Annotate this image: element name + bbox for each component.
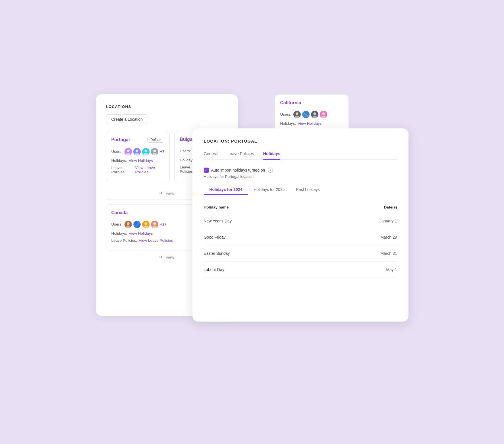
avatar bbox=[142, 148, 150, 156]
tab-general[interactable]: General bbox=[204, 151, 219, 160]
svg-point-28 bbox=[144, 222, 147, 225]
table-row: New Year's Day January 1 bbox=[204, 213, 397, 229]
holiday-name: Easter Sunday bbox=[204, 245, 323, 261]
california-users-row: Users: 🧞 bbox=[280, 111, 343, 118]
portugal-user-count: +7 bbox=[160, 149, 165, 154]
svg-point-31 bbox=[153, 222, 156, 225]
year-tab-2024[interactable]: Holidays for 2024 bbox=[204, 185, 248, 195]
default-badge-portugal: Default bbox=[147, 137, 164, 143]
locations-title: LOCATIONS bbox=[106, 105, 228, 109]
svg-point-1 bbox=[127, 149, 129, 152]
svg-point-7 bbox=[144, 149, 147, 152]
portugal-holidays-row: Holidays: View Holidays bbox=[111, 159, 165, 163]
year-tab-past[interactable]: Past holidays bbox=[290, 185, 325, 195]
holiday-name: Good Friday bbox=[204, 229, 323, 245]
eye-icon-2: 👁 bbox=[159, 255, 164, 260]
canada-user-count: +27 bbox=[160, 222, 167, 226]
holiday-name: Labour Day bbox=[204, 261, 323, 278]
detail-tabs: General Leave Policies Holidays bbox=[204, 151, 397, 160]
portugal-leave-row: Leave Policies: View Leave Policies bbox=[111, 166, 165, 174]
canada-view-leave-link[interactable]: View Leave Policies bbox=[139, 238, 173, 243]
holiday-date: January 1 bbox=[323, 213, 397, 229]
holiday-date: March 29 bbox=[323, 229, 397, 245]
portugal-view-holidays-link[interactable]: View Holidays bbox=[129, 159, 153, 163]
eye-icon: 👁 bbox=[159, 191, 164, 196]
svg-point-37 bbox=[313, 112, 316, 115]
col-holiday-name: Holiday name bbox=[204, 202, 323, 213]
avatar bbox=[124, 148, 132, 156]
svg-point-10 bbox=[153, 149, 156, 152]
location-name-california: California bbox=[280, 100, 301, 105]
create-location-button[interactable]: Create a Location bbox=[106, 114, 148, 124]
avatar bbox=[151, 148, 159, 156]
holiday-date: May 1 bbox=[323, 261, 397, 278]
holiday-table: Holiday name Date(s) New Year's Day Janu… bbox=[204, 202, 397, 278]
location-card-portugal: Portugal Default Users: bbox=[106, 131, 170, 182]
table-row: Easter Sunday March 31 bbox=[204, 245, 397, 261]
col-dates: Date(s) bbox=[323, 202, 397, 213]
holiday-name: New Year's Day bbox=[204, 213, 323, 229]
portugal-users-row: Users: bbox=[111, 148, 165, 156]
auto-import-row: ✓ Auto import holidays turned on i bbox=[204, 168, 397, 173]
year-tab-2025[interactable]: Holidays for 2025 bbox=[248, 185, 290, 195]
canada-avatars: 🐾 bbox=[124, 220, 167, 228]
location-name-canada: Canada bbox=[111, 210, 128, 215]
portugal-avatars: +7 bbox=[124, 148, 165, 156]
auto-import-checkbox[interactable]: ✓ bbox=[204, 168, 209, 173]
california-view-holidays-link[interactable]: View Holidays bbox=[298, 121, 322, 126]
table-row: Good Friday March 29 bbox=[204, 229, 397, 245]
avatar bbox=[133, 148, 141, 156]
avatar bbox=[124, 220, 132, 228]
detail-panel-title: LOCATION: PORTUGAL bbox=[204, 139, 397, 143]
portugal-view-leave-link[interactable]: View Leave Policies bbox=[135, 166, 164, 174]
holiday-date: March 31 bbox=[323, 245, 397, 261]
auto-import-label: Auto import holidays turned on bbox=[211, 168, 265, 172]
avatar-smurf: 🧞 bbox=[302, 111, 310, 118]
avatar: 🐾 bbox=[133, 220, 141, 228]
svg-point-25 bbox=[127, 222, 129, 225]
location-sub: Holidays for Portugal location bbox=[204, 174, 397, 179]
avatar bbox=[142, 220, 150, 228]
location-name-portugal: Portugal bbox=[111, 137, 130, 142]
avatar bbox=[311, 111, 319, 118]
tab-leave-policies[interactable]: Leave Policies bbox=[227, 151, 254, 160]
tab-holidays[interactable]: Holidays bbox=[263, 151, 280, 160]
california-holidays-row: Holidays: View Holidays bbox=[280, 121, 343, 126]
canada-view-holidays-link[interactable]: View Holidays bbox=[129, 231, 153, 235]
detail-panel: LOCATION: PORTUGAL General Leave Policie… bbox=[192, 128, 408, 322]
avatar bbox=[151, 220, 159, 228]
table-row: Labour Day May 1 bbox=[204, 261, 397, 278]
avatar bbox=[320, 111, 327, 118]
info-icon: i bbox=[268, 168, 273, 173]
svg-point-40 bbox=[322, 112, 325, 115]
svg-point-4 bbox=[136, 149, 138, 152]
svg-point-34 bbox=[296, 112, 298, 115]
california-avatars: 🧞 bbox=[293, 111, 327, 118]
avatar bbox=[293, 111, 301, 118]
year-tabs: Holidays for 2024 Holidays for 2025 Past… bbox=[204, 185, 397, 195]
